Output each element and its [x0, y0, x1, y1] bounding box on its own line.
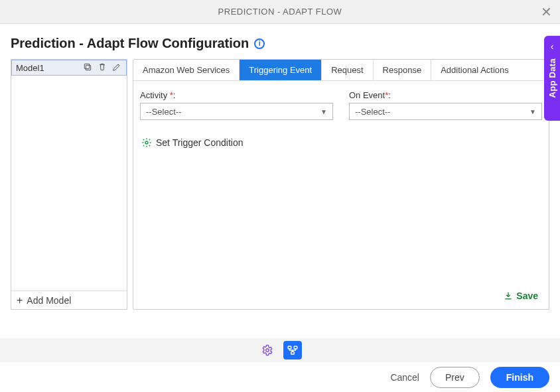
plus-icon: + — [17, 294, 23, 306]
tab-additional-actions[interactable]: Additional Actions — [431, 60, 518, 80]
copy-icon[interactable] — [82, 62, 93, 74]
on-event-label-suffix: : — [388, 90, 391, 100]
set-trigger-condition-label: Set Trigger Condition — [156, 137, 244, 148]
tab-triggering-event[interactable]: Triggering Event — [240, 60, 322, 80]
save-label: Save — [516, 291, 538, 301]
model-name: Model1 — [16, 63, 82, 73]
bottom-toolbar — [0, 338, 560, 362]
set-trigger-condition[interactable]: Set Trigger Condition — [133, 120, 549, 148]
svg-point-2 — [145, 141, 148, 144]
dialog-title: PREDICTION - ADAPT FLOW — [218, 7, 342, 17]
activity-select-value: --Select-- — [146, 107, 181, 117]
svg-rect-5 — [294, 346, 297, 349]
chevron-down-icon: ▼ — [320, 108, 327, 115]
tab-bar: Amazon Web Services Triggering Event Req… — [133, 60, 549, 81]
cancel-button[interactable]: Cancel — [390, 372, 419, 383]
gear-icon — [141, 137, 152, 148]
page-title-row: Prediction - Adapt Flow Configuration i — [0, 24, 560, 59]
svg-rect-1 — [84, 64, 89, 68]
main-panes: Model1 + Add Model Amazon Web Services T — [11, 59, 549, 310]
prev-button[interactable]: Prev — [430, 367, 480, 388]
on-event-label: On Event — [349, 90, 385, 100]
edit-icon[interactable] — [111, 62, 122, 74]
activity-label-suffix: : — [173, 90, 176, 100]
config-spacer — [133, 148, 549, 284]
flow-icon — [287, 344, 299, 356]
svg-rect-4 — [288, 346, 291, 349]
chevron-left-icon: ‹ — [551, 41, 554, 52]
on-event-select-value: --Select-- — [355, 107, 390, 117]
svg-rect-0 — [86, 65, 90, 70]
model-row-actions — [82, 62, 122, 74]
model-list-spacer — [11, 76, 127, 291]
tab-aws[interactable]: Amazon Web Services — [133, 60, 240, 80]
add-model-button[interactable]: + Add Model — [11, 291, 127, 309]
chevron-down-icon: ▼ — [529, 108, 536, 115]
footer: Cancel Prev Finish — [0, 363, 560, 392]
delete-icon[interactable] — [97, 62, 107, 74]
app-data-label: App Data — [547, 58, 557, 98]
on-event-select[interactable]: --Select-- ▼ — [349, 103, 542, 120]
form-area: Activity *: --Select-- ▼ On Event*: --Se… — [133, 81, 549, 120]
activity-label: Activity — [140, 90, 170, 100]
tab-response[interactable]: Response — [374, 60, 432, 80]
finish-button[interactable]: Finish — [490, 367, 549, 388]
download-icon — [503, 291, 514, 301]
on-event-field: On Event*: --Select-- ▼ — [349, 90, 542, 120]
close-icon[interactable]: ✕ — [541, 5, 552, 19]
activity-label-row: Activity *: — [140, 90, 333, 100]
svg-point-3 — [266, 349, 269, 352]
svg-rect-6 — [291, 352, 295, 354]
activity-select[interactable]: --Select-- ▼ — [140, 103, 333, 120]
model-row[interactable]: Model1 — [11, 60, 127, 76]
page-title: Prediction - Adapt Flow Configuration — [11, 36, 249, 51]
config-pane: Amazon Web Services Triggering Event Req… — [133, 59, 549, 310]
add-model-label: Add Model — [27, 295, 71, 306]
on-event-label-row: On Event*: — [349, 90, 542, 100]
model-list-pane: Model1 + Add Model — [11, 59, 127, 310]
info-icon[interactable]: i — [254, 38, 265, 49]
dialog-header: PREDICTION - ADAPT FLOW ✕ — [0, 0, 560, 24]
flow-tool[interactable] — [283, 341, 302, 359]
activity-field: Activity *: --Select-- ▼ — [140, 90, 333, 120]
settings-tool[interactable] — [258, 341, 277, 359]
tab-request[interactable]: Request — [322, 60, 373, 80]
save-button[interactable]: Save — [133, 284, 549, 309]
gear-icon — [261, 344, 273, 356]
app-data-side-tab[interactable]: ‹ App Data — [544, 36, 560, 121]
